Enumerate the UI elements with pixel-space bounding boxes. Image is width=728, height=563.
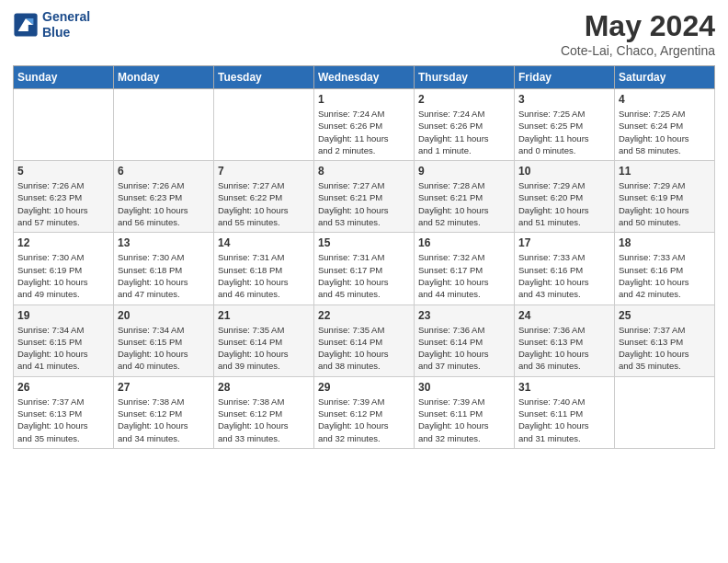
calendar-cell: 4Sunrise: 7:25 AM Sunset: 6:24 PM Daylig… bbox=[615, 89, 715, 161]
cell-info: Sunrise: 7:24 AM Sunset: 6:26 PM Dayligh… bbox=[318, 108, 410, 156]
cell-info: Sunrise: 7:33 AM Sunset: 6:16 PM Dayligh… bbox=[619, 251, 711, 300]
cell-info: Sunrise: 7:37 AM Sunset: 6:13 PM Dayligh… bbox=[619, 324, 711, 373]
calendar-cell: 12Sunrise: 7:30 AM Sunset: 6:19 PM Dayli… bbox=[14, 233, 114, 304]
cell-day-number: 22 bbox=[318, 309, 410, 322]
cell-info: Sunrise: 7:30 AM Sunset: 6:18 PM Dayligh… bbox=[118, 251, 210, 300]
cell-info: Sunrise: 7:29 AM Sunset: 6:20 PM Dayligh… bbox=[518, 179, 610, 228]
cell-info: Sunrise: 7:31 AM Sunset: 6:17 PM Dayligh… bbox=[318, 251, 410, 300]
cell-info: Sunrise: 7:34 AM Sunset: 6:15 PM Dayligh… bbox=[17, 324, 109, 373]
calendar-week-2: 5Sunrise: 7:26 AM Sunset: 6:23 PM Daylig… bbox=[14, 161, 715, 233]
day-of-week-saturday: Saturday bbox=[615, 66, 715, 89]
day-of-week-wednesday: Wednesday bbox=[314, 66, 415, 89]
calendar-cell: 20Sunrise: 7:34 AM Sunset: 6:15 PM Dayli… bbox=[114, 304, 214, 376]
cell-day-number: 15 bbox=[318, 236, 410, 249]
cell-info: Sunrise: 7:36 AM Sunset: 6:13 PM Dayligh… bbox=[518, 324, 610, 373]
cell-day-number: 11 bbox=[619, 165, 711, 178]
calendar-cell: 30Sunrise: 7:39 AM Sunset: 6:11 PM Dayli… bbox=[415, 376, 515, 448]
cell-info: Sunrise: 7:29 AM Sunset: 6:19 PM Dayligh… bbox=[619, 179, 711, 228]
calendar-header-row: SundayMondayTuesdayWednesdayThursdayFrid… bbox=[14, 66, 715, 89]
cell-day-number: 4 bbox=[619, 93, 711, 106]
calendar-cell: 22Sunrise: 7:35 AM Sunset: 6:14 PM Dayli… bbox=[314, 304, 415, 376]
logo-text: General Blue bbox=[42, 9, 90, 40]
cell-day-number: 26 bbox=[17, 381, 109, 394]
cell-day-number: 27 bbox=[118, 381, 210, 394]
calendar-cell: 10Sunrise: 7:29 AM Sunset: 6:20 PM Dayli… bbox=[515, 161, 615, 233]
day-of-week-monday: Monday bbox=[114, 66, 214, 89]
cell-info: Sunrise: 7:35 AM Sunset: 6:14 PM Dayligh… bbox=[318, 324, 410, 373]
cell-day-number: 13 bbox=[118, 236, 210, 249]
cell-info: Sunrise: 7:38 AM Sunset: 6:12 PM Dayligh… bbox=[118, 396, 210, 444]
calendar-cell: 3Sunrise: 7:25 AM Sunset: 6:25 PM Daylig… bbox=[515, 89, 615, 161]
cell-day-number: 19 bbox=[17, 309, 109, 322]
calendar-cell bbox=[114, 89, 214, 161]
cell-day-number: 14 bbox=[218, 236, 310, 249]
calendar-cell: 24Sunrise: 7:36 AM Sunset: 6:13 PM Dayli… bbox=[515, 304, 615, 376]
subtitle: Cote-Lai, Chaco, Argentina bbox=[561, 43, 715, 58]
calendar-cell: 11Sunrise: 7:29 AM Sunset: 6:19 PM Dayli… bbox=[615, 161, 715, 233]
cell-info: Sunrise: 7:33 AM Sunset: 6:16 PM Dayligh… bbox=[518, 251, 610, 300]
cell-info: Sunrise: 7:39 AM Sunset: 6:11 PM Dayligh… bbox=[418, 396, 510, 444]
calendar-cell: 5Sunrise: 7:26 AM Sunset: 6:23 PM Daylig… bbox=[14, 161, 114, 233]
cell-day-number: 6 bbox=[118, 165, 210, 178]
calendar-cell: 31Sunrise: 7:40 AM Sunset: 6:11 PM Dayli… bbox=[515, 376, 615, 448]
cell-day-number: 8 bbox=[318, 165, 410, 178]
day-of-week-thursday: Thursday bbox=[415, 66, 515, 89]
cell-day-number: 9 bbox=[418, 165, 510, 178]
calendar: SundayMondayTuesdayWednesdayThursdayFrid… bbox=[13, 65, 715, 449]
calendar-cell: 9Sunrise: 7:28 AM Sunset: 6:21 PM Daylig… bbox=[415, 161, 515, 233]
page: General Blue May 2024 Cote-Lai, Chaco, A… bbox=[0, 0, 728, 563]
cell-day-number: 23 bbox=[418, 309, 510, 322]
cell-day-number: 12 bbox=[17, 236, 109, 249]
day-of-week-sunday: Sunday bbox=[14, 66, 114, 89]
cell-day-number: 16 bbox=[418, 236, 510, 249]
calendar-cell bbox=[615, 376, 715, 448]
logo: General Blue bbox=[13, 9, 90, 40]
cell-day-number: 29 bbox=[318, 381, 410, 394]
cell-info: Sunrise: 7:31 AM Sunset: 6:18 PM Dayligh… bbox=[218, 251, 310, 300]
calendar-cell: 19Sunrise: 7:34 AM Sunset: 6:15 PM Dayli… bbox=[14, 304, 114, 376]
calendar-cell: 13Sunrise: 7:30 AM Sunset: 6:18 PM Dayli… bbox=[114, 233, 214, 304]
cell-info: Sunrise: 7:25 AM Sunset: 6:25 PM Dayligh… bbox=[518, 108, 610, 156]
calendar-cell: 25Sunrise: 7:37 AM Sunset: 6:13 PM Dayli… bbox=[615, 304, 715, 376]
calendar-cell: 2Sunrise: 7:24 AM Sunset: 6:26 PM Daylig… bbox=[415, 89, 515, 161]
calendar-cell: 7Sunrise: 7:27 AM Sunset: 6:22 PM Daylig… bbox=[214, 161, 314, 233]
cell-day-number: 7 bbox=[218, 165, 310, 178]
logo-icon bbox=[13, 12, 39, 38]
main-title: May 2024 bbox=[561, 9, 715, 43]
cell-info: Sunrise: 7:30 AM Sunset: 6:19 PM Dayligh… bbox=[17, 251, 109, 300]
calendar-cell: 23Sunrise: 7:36 AM Sunset: 6:14 PM Dayli… bbox=[415, 304, 515, 376]
cell-info: Sunrise: 7:39 AM Sunset: 6:12 PM Dayligh… bbox=[318, 396, 410, 444]
cell-info: Sunrise: 7:26 AM Sunset: 6:23 PM Dayligh… bbox=[17, 179, 109, 228]
calendar-cell: 18Sunrise: 7:33 AM Sunset: 6:16 PM Dayli… bbox=[615, 233, 715, 304]
cell-day-number: 1 bbox=[318, 93, 410, 106]
cell-day-number: 30 bbox=[418, 381, 510, 394]
calendar-cell: 28Sunrise: 7:38 AM Sunset: 6:12 PM Dayli… bbox=[214, 376, 314, 448]
cell-day-number: 5 bbox=[17, 165, 109, 178]
cell-info: Sunrise: 7:28 AM Sunset: 6:21 PM Dayligh… bbox=[418, 179, 510, 228]
calendar-cell: 29Sunrise: 7:39 AM Sunset: 6:12 PM Dayli… bbox=[314, 376, 415, 448]
cell-info: Sunrise: 7:32 AM Sunset: 6:17 PM Dayligh… bbox=[418, 251, 510, 300]
cell-day-number: 18 bbox=[619, 236, 711, 249]
calendar-cell: 26Sunrise: 7:37 AM Sunset: 6:13 PM Dayli… bbox=[14, 376, 114, 448]
calendar-cell: 14Sunrise: 7:31 AM Sunset: 6:18 PM Dayli… bbox=[214, 233, 314, 304]
cell-day-number: 28 bbox=[218, 381, 310, 394]
cell-info: Sunrise: 7:27 AM Sunset: 6:21 PM Dayligh… bbox=[318, 179, 410, 228]
calendar-cell: 1Sunrise: 7:24 AM Sunset: 6:26 PM Daylig… bbox=[314, 89, 415, 161]
cell-day-number: 24 bbox=[518, 309, 610, 322]
cell-day-number: 31 bbox=[518, 381, 610, 394]
cell-info: Sunrise: 7:24 AM Sunset: 6:26 PM Dayligh… bbox=[418, 108, 510, 156]
logo-line2: Blue bbox=[42, 25, 90, 40]
cell-day-number: 3 bbox=[518, 93, 610, 106]
day-of-week-tuesday: Tuesday bbox=[214, 66, 314, 89]
calendar-week-5: 26Sunrise: 7:37 AM Sunset: 6:13 PM Dayli… bbox=[14, 376, 715, 448]
logo-line1: General bbox=[42, 9, 90, 25]
cell-info: Sunrise: 7:34 AM Sunset: 6:15 PM Dayligh… bbox=[118, 324, 210, 373]
calendar-cell: 16Sunrise: 7:32 AM Sunset: 6:17 PM Dayli… bbox=[415, 233, 515, 304]
calendar-cell bbox=[14, 89, 114, 161]
cell-info: Sunrise: 7:35 AM Sunset: 6:14 PM Dayligh… bbox=[218, 324, 310, 373]
day-of-week-friday: Friday bbox=[515, 66, 615, 89]
title-section: May 2024 Cote-Lai, Chaco, Argentina bbox=[561, 9, 715, 58]
calendar-cell: 17Sunrise: 7:33 AM Sunset: 6:16 PM Dayli… bbox=[515, 233, 615, 304]
cell-day-number: 25 bbox=[619, 309, 711, 322]
cell-day-number: 20 bbox=[118, 309, 210, 322]
